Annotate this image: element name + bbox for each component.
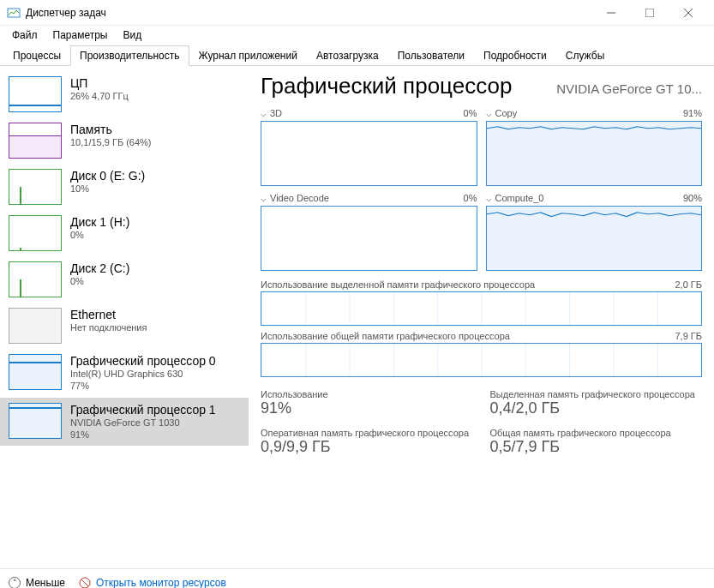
cpu-sub: 26% 4,70 ГГц <box>70 90 129 102</box>
menu-file[interactable]: Файл <box>5 27 45 43</box>
gpu0-sub2: 77% <box>70 380 216 392</box>
engine-compute-graph <box>486 206 703 271</box>
titlebar: Диспетчер задач <box>0 0 714 26</box>
stat-gpuram-label: Оперативная память графического процессо… <box>261 428 473 438</box>
gpu1-sub2: 91% <box>70 429 216 441</box>
disk2-thumb-icon <box>9 261 62 297</box>
disk0-thumb-icon <box>9 169 62 205</box>
minimize-button[interactable] <box>591 1 630 25</box>
stat-shared-value: 0,5/7,9 ГБ <box>490 438 703 456</box>
sidebar-item-disk0[interactable]: Диск 0 (E: G:)10% <box>0 164 249 210</box>
engine-vd-graph <box>261 206 477 271</box>
sidebar-item-cpu[interactable]: ЦП26% 4,70 ГГц <box>0 71 249 117</box>
dedicated-mem-label: Использование выделенной памяти графичес… <box>261 279 535 290</box>
memory-title: Память <box>70 123 152 136</box>
engine-3d-pct: 0% <box>464 108 477 119</box>
engine-3d[interactable]: ⌵3D0% <box>261 108 477 186</box>
ethernet-title: Ethernet <box>70 308 147 321</box>
gpu-model: NVIDIA GeForce GT 10... <box>556 81 702 96</box>
menu-options[interactable]: Параметры <box>46 27 115 43</box>
sidebar-item-disk1[interactable]: Диск 1 (H:)0% <box>0 210 249 256</box>
sidebar-item-ethernet[interactable]: EthernetНет подключения <box>0 303 249 349</box>
chevron-down-icon: ⌵ <box>261 193 267 203</box>
engine-copy-label: Copy <box>495 108 518 118</box>
engine-3d-label: 3D <box>270 108 282 118</box>
chevron-down-icon: ⌵ <box>261 108 267 118</box>
disk0-sub: 10% <box>70 183 145 195</box>
gpu1-title: Графический процессор 1 <box>70 403 216 417</box>
dedicated-mem-max: 2,0 ГБ <box>675 279 702 290</box>
tab-app-history[interactable]: Журнал приложений <box>189 45 307 66</box>
cpu-title: ЦП <box>70 76 129 90</box>
stat-shared-label: Общая память графического процессора <box>490 428 703 438</box>
tab-startup[interactable]: Автозагрузка <box>307 45 388 66</box>
sidebar-item-disk2[interactable]: Диск 2 (C:)0% <box>0 256 249 303</box>
engine-copy-graph <box>486 121 703 186</box>
gpu0-sub1: Intel(R) UHD Graphics 630 <box>70 368 216 380</box>
stat-util-label: Использование <box>261 389 473 399</box>
cpu-thumb-icon <box>9 76 62 112</box>
fewer-details-button[interactable]: ˄Меньше <box>9 577 65 589</box>
resource-monitor-icon <box>79 577 91 589</box>
open-resource-monitor-link[interactable]: Открыть монитор ресурсов <box>79 577 226 589</box>
sidebar: ЦП26% 4,70 ГГц Память10,1/15,9 ГБ (64%) … <box>0 66 249 568</box>
maximize-button[interactable] <box>630 1 669 25</box>
tab-users[interactable]: Пользователи <box>388 45 474 66</box>
engine-compute[interactable]: ⌵Compute_090% <box>486 193 703 271</box>
chevron-down-icon: ⌵ <box>486 193 492 203</box>
svg-line-6 <box>81 579 88 586</box>
shared-mem-max: 7,9 ГБ <box>675 331 702 341</box>
disk1-thumb-icon <box>9 215 62 251</box>
gpu1-thumb-icon <box>9 403 62 439</box>
engine-vd-label: Video Decode <box>270 193 329 203</box>
gpu0-thumb-icon <box>9 354 62 390</box>
gpu0-title: Графический процессор 0 <box>70 354 216 368</box>
shared-mem-label: Использование общей памяти графического … <box>261 331 510 341</box>
disk1-sub: 0% <box>70 229 129 241</box>
dedicated-mem-graph <box>261 291 702 326</box>
tabs: Процессы Производительность Журнал прило… <box>0 45 714 66</box>
menu-view[interactable]: Вид <box>116 27 148 43</box>
disk1-title: Диск 1 (H:) <box>70 215 129 229</box>
engine-copy-pct: 91% <box>683 108 702 119</box>
stat-util-value: 91% <box>261 399 473 417</box>
tab-services[interactable]: Службы <box>556 45 614 66</box>
ethernet-sub: Нет подключения <box>70 321 147 333</box>
tab-details[interactable]: Подробности <box>474 45 556 66</box>
stat-gpuram-value: 0,9/9,9 ГБ <box>261 438 473 456</box>
tab-processes[interactable]: Процессы <box>3 45 70 66</box>
sidebar-item-gpu1[interactable]: Графический процессор 1NVIDIA GeForce GT… <box>0 398 249 447</box>
memory-sub: 10,1/15,9 ГБ (64%) <box>70 136 152 148</box>
tab-performance[interactable]: Производительность <box>70 45 189 66</box>
engine-vd-pct: 0% <box>464 193 477 204</box>
chevron-up-icon: ˄ <box>9 577 21 589</box>
window-title: Диспетчер задач <box>26 7 591 19</box>
memory-thumb-icon <box>9 123 62 159</box>
detail-panel: Графический процессор NVIDIA GeForce GT … <box>249 66 714 568</box>
disk2-sub: 0% <box>70 275 129 287</box>
ethernet-thumb-icon <box>9 308 62 344</box>
engine-compute-label: Compute_0 <box>495 193 544 203</box>
footer: ˄Меньше Открыть монитор ресурсов <box>0 568 714 588</box>
menubar: Файл Параметры Вид <box>0 26 714 45</box>
disk2-title: Диск 2 (C:) <box>70 261 129 275</box>
sidebar-item-gpu0[interactable]: Графический процессор 0Intel(R) UHD Grap… <box>0 349 249 398</box>
page-title: Графический процессор <box>261 73 512 99</box>
engine-compute-pct: 90% <box>683 193 702 204</box>
app-icon <box>7 6 21 20</box>
sidebar-item-memory[interactable]: Память10,1/15,9 ГБ (64%) <box>0 117 249 164</box>
engine-copy[interactable]: ⌵Copy91% <box>486 108 703 186</box>
chevron-down-icon: ⌵ <box>486 108 492 118</box>
svg-rect-0 <box>8 9 20 17</box>
disk0-title: Диск 0 (E: G:) <box>70 169 145 183</box>
engine-video-decode[interactable]: ⌵Video Decode0% <box>261 193 477 271</box>
stat-ded-value: 0,4/2,0 ГБ <box>490 399 703 417</box>
gpu1-sub1: NVIDIA GeForce GT 1030 <box>70 417 216 429</box>
close-button[interactable] <box>669 1 707 25</box>
engine-3d-graph <box>261 121 477 186</box>
svg-rect-2 <box>645 9 654 17</box>
stat-ded-label: Выделенная память графического процессор… <box>490 389 703 399</box>
shared-mem-graph <box>261 343 702 377</box>
